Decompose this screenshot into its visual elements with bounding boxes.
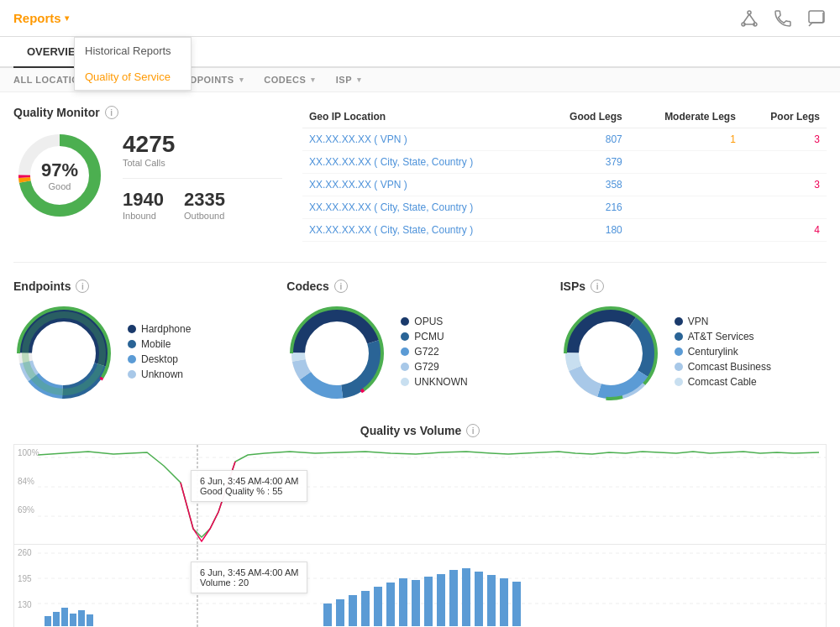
quality-percent-label: 97% Good bbox=[41, 159, 78, 191]
dropdown-item-qos[interactable]: Quality of Service bbox=[75, 64, 191, 90]
svg-rect-47 bbox=[78, 610, 85, 626]
codecs-legend: OPUS PCMU G722 G729 bbox=[401, 316, 467, 391]
col-geo-location: Geo IP Location bbox=[302, 106, 540, 128]
quality-monitor-title: Quality Monitor i bbox=[13, 106, 282, 119]
header-icons bbox=[739, 8, 827, 29]
endpoints-arrow-icon: ▾ bbox=[239, 76, 244, 84]
svg-rect-50 bbox=[336, 599, 344, 626]
svg-rect-52 bbox=[361, 591, 370, 626]
quality-volume-info-icon[interactable]: i bbox=[466, 424, 480, 437]
col-moderate-legs: Moderate Legs bbox=[629, 106, 743, 128]
inbound-stat: 1940 Inbound bbox=[123, 189, 164, 221]
svg-point-16 bbox=[25, 315, 102, 392]
quality-donut-chart: 97% Good bbox=[13, 129, 106, 222]
legend-comcast-cable: Comcast Cable bbox=[675, 376, 771, 388]
endpoints-title: Endpoints i bbox=[13, 280, 280, 293]
geo-location-cell[interactable]: XX.XX.XX.XX ( City, State, Country ) bbox=[302, 219, 540, 242]
y-label-84: 84% bbox=[18, 477, 34, 486]
endpoints-chart-section: Endpoints i Hard bbox=[13, 280, 280, 404]
moderate-legs-cell bbox=[629, 174, 743, 196]
mobile-dot bbox=[128, 340, 136, 348]
dropdown-item-historical[interactable]: Historical Reports bbox=[75, 38, 191, 64]
pcmu-dot bbox=[401, 332, 409, 341]
svg-rect-62 bbox=[487, 575, 496, 626]
svg-rect-46 bbox=[70, 614, 76, 626]
reports-dropdown-button[interactable]: Reports ▾ bbox=[13, 11, 69, 25]
legend-mobile: Mobile bbox=[128, 338, 191, 350]
quality-section: Quality Monitor i bbox=[13, 106, 827, 242]
svg-rect-43 bbox=[45, 616, 51, 626]
g722-dot bbox=[401, 347, 409, 356]
geo-table-section: Geo IP Location Good Legs Moderate Legs … bbox=[302, 106, 827, 242]
quality-monitor-info-icon[interactable]: i bbox=[105, 106, 118, 119]
line-chart-svg bbox=[38, 445, 827, 545]
g729-dot bbox=[401, 363, 409, 371]
centurylink-dot bbox=[675, 347, 683, 356]
unknown-codec-dot bbox=[401, 378, 409, 386]
codecs-title: Codecs i bbox=[286, 280, 553, 293]
network-icon[interactable] bbox=[739, 8, 759, 29]
y-label-130: 130 bbox=[18, 600, 32, 609]
comcast-biz-dot bbox=[675, 363, 683, 371]
total-calls-stat: 4275 Total Calls bbox=[123, 131, 282, 179]
y-label-100: 100% bbox=[18, 448, 39, 457]
app-header: Reports ▾ bbox=[0, 0, 840, 37]
hardphone-dot bbox=[128, 325, 136, 333]
isps-chart-inner: VPN AT&T Services Centurylink Comcast Bu… bbox=[560, 303, 827, 404]
chat-icon[interactable] bbox=[806, 8, 827, 29]
bar-chart-svg bbox=[38, 545, 827, 627]
svg-rect-56 bbox=[412, 580, 420, 626]
poor-legs-cell: 4 bbox=[743, 219, 827, 242]
poor-legs-cell: 3 bbox=[743, 128, 827, 151]
dropdown-arrow-icon: ▾ bbox=[65, 13, 69, 23]
good-legs-cell: 807 bbox=[540, 128, 629, 151]
svg-rect-60 bbox=[462, 568, 470, 626]
codecs-arrow-icon: ▾ bbox=[311, 76, 316, 84]
svg-rect-55 bbox=[399, 578, 407, 626]
legend-comcast-biz: Comcast Business bbox=[675, 361, 771, 373]
svg-rect-53 bbox=[374, 587, 382, 626]
poor-legs-cell: 3 bbox=[743, 174, 827, 196]
donut-charts-row: Endpoints i Hard bbox=[13, 280, 827, 404]
legend-pcmu: PCMU bbox=[401, 331, 467, 342]
filter-isp[interactable]: ISP ▾ bbox=[336, 75, 362, 85]
table-row: XX.XX.XX.XX ( City, State, Country ) 379 bbox=[302, 151, 827, 174]
opus-dot bbox=[401, 317, 409, 326]
good-legs-cell: 379 bbox=[540, 151, 629, 174]
inbound-outbound-stats: 1940 Inbound 2335 Outbound bbox=[123, 189, 282, 221]
isps-info-icon[interactable]: i bbox=[591, 280, 604, 293]
quality-stats: 4275 Total Calls 1940 Inbound 2335 Outbo… bbox=[123, 131, 282, 221]
table-row: XX.XX.XX.XX ( VPN ) 807 1 3 bbox=[302, 128, 827, 151]
geo-location-cell[interactable]: XX.XX.XX.XX ( City, State, Country ) bbox=[302, 196, 540, 219]
svg-line-4 bbox=[749, 14, 755, 23]
svg-rect-54 bbox=[386, 583, 395, 626]
codecs-info-icon[interactable]: i bbox=[334, 280, 348, 293]
y-label-195: 195 bbox=[18, 574, 32, 583]
endpoints-info-icon[interactable]: i bbox=[76, 280, 89, 293]
legend-unknown-codec: UNKNOWN bbox=[401, 376, 467, 388]
moderate-legs-cell bbox=[629, 219, 743, 242]
geo-location-cell[interactable]: XX.XX.XX.XX ( City, State, Country ) bbox=[302, 151, 540, 174]
geo-location-cell[interactable]: XX.XX.XX.XX ( VPN ) bbox=[302, 128, 540, 151]
unknown-dot bbox=[128, 370, 136, 379]
geo-location-cell[interactable]: XX.XX.XX.XX ( VPN ) bbox=[302, 174, 540, 196]
main-content: Quality Monitor i bbox=[0, 92, 840, 627]
codecs-chart-inner: OPUS PCMU G722 G729 bbox=[286, 303, 553, 404]
y-label-260: 260 bbox=[18, 548, 32, 557]
desktop-dot bbox=[128, 355, 136, 363]
endpoints-donut bbox=[13, 303, 114, 404]
geo-ip-table: Geo IP Location Good Legs Moderate Legs … bbox=[302, 106, 827, 242]
moderate-legs-cell: 1 bbox=[629, 128, 743, 151]
quality-monitor-panel: Quality Monitor i bbox=[13, 106, 282, 242]
legend-opus: OPUS bbox=[401, 316, 467, 327]
moderate-legs-cell bbox=[629, 196, 743, 219]
att-dot bbox=[675, 332, 683, 341]
table-row: XX.XX.XX.XX ( City, State, Country ) 216 bbox=[302, 196, 827, 219]
vpn-dot bbox=[675, 317, 683, 326]
comcast-cable-dot bbox=[675, 378, 683, 386]
svg-rect-51 bbox=[349, 595, 357, 626]
svg-rect-64 bbox=[512, 582, 521, 626]
svg-rect-48 bbox=[87, 614, 93, 626]
phone-icon[interactable] bbox=[773, 8, 793, 29]
filter-codecs[interactable]: CODECS ▾ bbox=[264, 75, 316, 85]
